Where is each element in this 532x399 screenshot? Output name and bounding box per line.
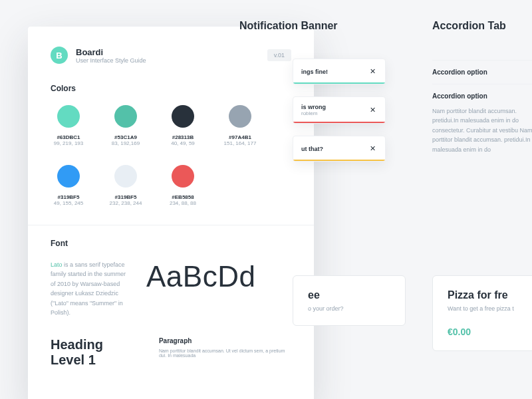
notification-banner-heading: Notification Banner <box>239 20 338 32</box>
swatch-dot <box>172 105 194 128</box>
swatch-rgb: 234, 88, 88 <box>165 200 201 206</box>
accordion-label: Accordion option <box>432 92 532 100</box>
header-text: Boardi User Interface Style Guide <box>76 47 146 64</box>
color-swatch: #53C1A983, 192,169 <box>108 105 144 146</box>
close-icon[interactable]: ✕ <box>368 66 377 77</box>
paragraph-column: Paragraph Nam porttitor blandit accumsan… <box>159 337 291 368</box>
swatch-dot <box>57 105 80 128</box>
swatch-hex: #63DBC1 <box>51 134 86 140</box>
promo-card[interactable]: Pizza for fre Want to get a free pizza t… <box>432 275 532 351</box>
color-swatch: #63DBC199, 219, 193 <box>51 105 86 146</box>
accordion-item[interactable]: Accordion optionNam porttitor blandit ac… <box>432 84 532 162</box>
font-heading: Font <box>51 239 291 248</box>
promo-subtitle: Want to get a free pizza t <box>448 305 530 312</box>
color-swatch: #EB5858234, 88, 88 <box>165 165 201 206</box>
logo-badge: B <box>51 47 68 64</box>
accordion-item[interactable]: Accordion option <box>432 60 532 84</box>
swatch-rgb: 40, 49, 59 <box>165 140 201 146</box>
notification-item: ings fine!✕ <box>293 59 386 84</box>
notification-bar <box>293 160 385 161</box>
accordion-label: Accordion option <box>432 68 532 76</box>
swatch-rgb: 232, 238, 244 <box>108 200 144 206</box>
swatch-hex: #319BF5 <box>51 194 86 200</box>
swatch-hex: #EB5858 <box>165 194 201 200</box>
font-row: Lato is a sans serif typeface family sta… <box>51 260 291 317</box>
swatch-dot <box>114 165 137 188</box>
color-swatch: #319BF549, 155, 245 <box>51 165 86 206</box>
swatch-dot <box>229 105 251 128</box>
notification-item: is wrongroblem✕ <box>293 96 386 124</box>
accordion: Accordion optionAccordion optionNam port… <box>432 60 532 162</box>
color-swatch: #319BF5232, 238, 244 <box>108 165 144 206</box>
promo-price: €0.00 <box>448 327 530 337</box>
promo-card[interactable]: ee o your order? <box>293 275 406 326</box>
swatch-dot <box>57 165 80 188</box>
swatch-hex: #97A4B1 <box>222 134 258 140</box>
swatch-grid: #63DBC199, 219, 193#53C1A983, 192,169#28… <box>51 105 291 206</box>
notification-title: ut that? <box>301 146 323 152</box>
swatch-hex: #28313B <box>165 134 201 140</box>
swatch-hex: #53C1A9 <box>108 134 144 140</box>
swatch-rgb: 83, 192,169 <box>108 140 144 146</box>
accordion-tab-heading: Accordion Tab <box>432 20 506 32</box>
swatch-rgb: 151, 164, 177 <box>222 140 258 146</box>
promo-title: Pizza for fre <box>448 289 530 301</box>
styleguide-card: B Boardi User Interface Style Guide v.01… <box>28 27 314 399</box>
promo-title: ee <box>308 289 390 301</box>
close-icon[interactable]: ✕ <box>368 104 377 116</box>
font-blurb-text: is a sans serif typeface family started … <box>51 261 126 316</box>
paragraph-label: Paragraph <box>159 337 291 344</box>
app-subtitle: User Interface Style Guide <box>76 57 146 64</box>
notification-item: ut that?✕ <box>293 136 386 162</box>
notification-title: ings fine! <box>301 68 328 75</box>
color-swatch: #97A4B1151, 164, 177 <box>222 105 258 146</box>
notification-bar <box>293 122 385 123</box>
font-link[interactable]: Lato <box>51 261 63 268</box>
paragraph-text: Nam porttitor blandit accumsan. Ut vel d… <box>159 348 291 358</box>
swatch-dot <box>172 165 194 188</box>
swatch-hex: #319BF5 <box>108 194 144 200</box>
accordion-body: Nam porttitor blandit accumsan. pretidui… <box>432 106 532 154</box>
font-blurb: Lato is a sans serif typeface family sta… <box>51 260 130 317</box>
colors-heading: Colors <box>51 84 291 93</box>
heading-sample: Heading Level 1 <box>51 337 132 368</box>
notification-title: is wrong <box>301 104 326 110</box>
close-icon[interactable]: ✕ <box>368 143 377 154</box>
color-swatch: #28313B40, 49, 59 <box>165 105 201 146</box>
swatch-rgb: 99, 219, 193 <box>51 140 86 146</box>
header: B Boardi User Interface Style Guide v.01 <box>51 47 291 64</box>
notification-subtitle: roblem <box>301 110 326 116</box>
font-sample: AaBcDd <box>146 260 255 293</box>
app-title: Boardi <box>76 47 146 57</box>
type-row: Heading Level 1 Paragraph Nam porttitor … <box>51 337 291 368</box>
divider <box>28 225 314 225</box>
swatch-dot <box>114 105 137 128</box>
promo-subtitle: o your order? <box>308 305 390 312</box>
notification-bar <box>293 82 385 84</box>
notification-stack: ings fine!✕is wrongroblem✕ut that?✕ <box>293 59 386 162</box>
version-badge: v.01 <box>267 49 291 61</box>
swatch-rgb: 49, 155, 245 <box>51 200 86 206</box>
